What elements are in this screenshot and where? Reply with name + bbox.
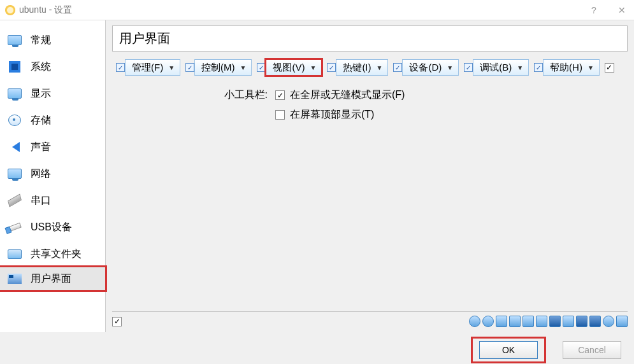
display-status-icon[interactable]	[522, 316, 534, 327]
cpu-status-icon[interactable]	[589, 316, 601, 327]
sidebar-item-label: 用户界面	[31, 272, 71, 286]
toolbar-item-checkbox[interactable]: ✓	[185, 63, 194, 72]
option-fullscreen-checkbox[interactable]: ✓	[275, 90, 285, 100]
storage-icon	[6, 114, 23, 127]
sidebar-item-general[interactable]: 常规	[0, 27, 105, 53]
toolbar-item-label: 帮助(H)	[550, 62, 582, 74]
footer: OK Cancel	[0, 332, 634, 364]
toolbar-item-checkbox[interactable]: ✓	[534, 63, 543, 72]
toolbar-item-checkbox[interactable]: ✓	[257, 63, 266, 72]
sidebar-item-storage[interactable]: 存储	[0, 107, 105, 134]
toolbar-item-label: 视图(V)	[273, 62, 305, 74]
option-top-checkbox[interactable]	[275, 110, 285, 120]
disk-activity-icon[interactable]	[469, 316, 480, 327]
toolbar-row: ✓ 管理(F)▼ ✓ 控制(M)▼ ✓ 视图(V)▼ ✓ 热键(I)▼ ✓ 设备…	[112, 59, 628, 76]
sidebar-item-label: 常规	[31, 34, 51, 47]
sidebar-item-usb[interactable]: USB设备	[0, 214, 105, 241]
usb-status-icon[interactable]	[536, 316, 547, 327]
titlebar: ubuntu - 设置 ? ✕	[0, 0, 634, 20]
more-status-icon[interactable]	[616, 316, 628, 327]
chevron-down-icon: ▼	[517, 64, 523, 71]
cancel-button[interactable]: Cancel	[563, 341, 621, 359]
chevron-down-icon: ▼	[377, 64, 383, 71]
ui-icon	[6, 272, 23, 285]
chevron-down-icon: ▼	[240, 64, 247, 71]
optical-drive-icon[interactable]	[482, 316, 494, 327]
sidebar-item-shared-folders[interactable]: 共享文件夹	[0, 241, 105, 267]
sidebar-item-label: 串口	[31, 194, 51, 207]
general-icon	[6, 34, 23, 46]
display-icon	[6, 87, 23, 100]
capture-icon[interactable]	[563, 316, 574, 327]
sidebar-item-audio[interactable]: 声音	[0, 134, 105, 160]
page-title: 用户界面	[112, 25, 628, 52]
status-icons	[469, 316, 628, 327]
toolbar-item-label: 设备(D)	[409, 62, 442, 74]
sidebar-item-label: 声音	[31, 141, 51, 154]
sidebar-item-serial[interactable]: 串口	[0, 187, 105, 214]
chevron-down-icon: ▼	[447, 64, 453, 71]
usb-icon	[6, 221, 23, 234]
ok-button[interactable]: OK	[479, 341, 538, 359]
toolbar-item-manage[interactable]: ✓ 管理(F)▼	[116, 59, 180, 76]
toolbar-item-label: 热键(I)	[343, 62, 371, 74]
sidebar-item-label: USB设备	[31, 221, 72, 234]
chevron-down-icon: ▼	[310, 64, 316, 71]
info-status-icon[interactable]	[603, 316, 614, 327]
toolbar-item-control[interactable]: ✓ 控制(M)▼	[185, 59, 252, 76]
sidebar-item-network[interactable]: 网络	[0, 160, 105, 187]
sidebar: 常规 系统 显示 存储 声音 网络 串口 USB设备	[0, 20, 106, 332]
option-row-fullscreen: 小工具栏: ✓ 在全屏或无缝模式显示(F)	[112, 88, 628, 102]
toolbar-item-hotkeys[interactable]: ✓ 热键(I)▼	[327, 59, 388, 76]
sidebar-item-system[interactable]: 系统	[0, 53, 105, 80]
chevron-down-icon: ▼	[168, 64, 175, 71]
folder-icon	[6, 248, 23, 260]
ok-highlight: OK	[471, 337, 546, 363]
toolbar-item-label: 控制(M)	[201, 62, 235, 74]
option-row-top: 在屏幕顶部显示(T)	[112, 108, 628, 122]
system-icon	[6, 60, 23, 73]
help-button[interactable]: ?	[587, 5, 601, 15]
toolbar-item-devices[interactable]: ✓ 设备(D)▼	[393, 59, 459, 76]
sidebar-item-label: 网络	[31, 167, 51, 181]
chevron-down-icon: ▼	[587, 64, 594, 71]
network-status-icon[interactable]	[509, 316, 521, 327]
toolbar-item-help[interactable]: ✓ 帮助(H)▼	[534, 59, 600, 76]
sidebar-item-label: 存储	[31, 114, 51, 127]
status-toolbar: ✓	[112, 311, 628, 327]
main: 常规 系统 显示 存储 声音 网络 串口 USB设备	[0, 20, 634, 332]
toolbar-item-label: 管理(F)	[132, 62, 163, 74]
sidebar-item-label: 共享文件夹	[31, 248, 82, 261]
sidebar-item-user-interface[interactable]: 用户界面	[0, 265, 107, 292]
toolbar-end-checkbox[interactable]: ✓	[605, 63, 614, 73]
network-icon	[6, 167, 23, 180]
toolbar-item-checkbox[interactable]: ✓	[464, 63, 473, 72]
toolbar-item-view[interactable]: ✓ 视图(V)▼	[257, 59, 322, 76]
options-group-label: 小工具栏:	[112, 88, 270, 102]
floppy-icon[interactable]	[496, 316, 507, 327]
options-area: 小工具栏: ✓ 在全屏或无缝模式显示(F) 在屏幕顶部显示(T)	[112, 88, 628, 128]
recording-icon[interactable]	[576, 316, 587, 327]
app-icon	[5, 5, 15, 15]
toolbar-item-debug[interactable]: ✓ 调试(B)▼	[464, 59, 529, 76]
option-top-label: 在屏幕顶部显示(T)	[290, 108, 374, 122]
close-button[interactable]: ✕	[615, 5, 629, 15]
window-title: ubuntu - 设置	[19, 4, 587, 16]
sidebar-item-display[interactable]: 显示	[0, 80, 105, 107]
content: 用户界面 ✓ 管理(F)▼ ✓ 控制(M)▼ ✓ 视图(V)▼ ✓ 热键(I)▼…	[106, 20, 634, 332]
window-controls: ? ✕	[587, 5, 629, 15]
option-fullscreen-label: 在全屏或无缝模式显示(F)	[290, 88, 405, 102]
serial-icon	[6, 194, 23, 207]
audio-icon	[6, 141, 23, 153]
shared-folder-status-icon[interactable]	[549, 316, 561, 327]
toolbar-item-label: 调试(B)	[480, 62, 512, 74]
toolbar-item-checkbox[interactable]: ✓	[116, 63, 125, 72]
toolbar-item-checkbox[interactable]: ✓	[393, 63, 402, 72]
toolbar-item-checkbox[interactable]: ✓	[327, 63, 336, 72]
sidebar-item-label: 系统	[31, 60, 51, 74]
status-left-checkbox[interactable]: ✓	[112, 317, 122, 326]
sidebar-item-label: 显示	[31, 87, 51, 101]
